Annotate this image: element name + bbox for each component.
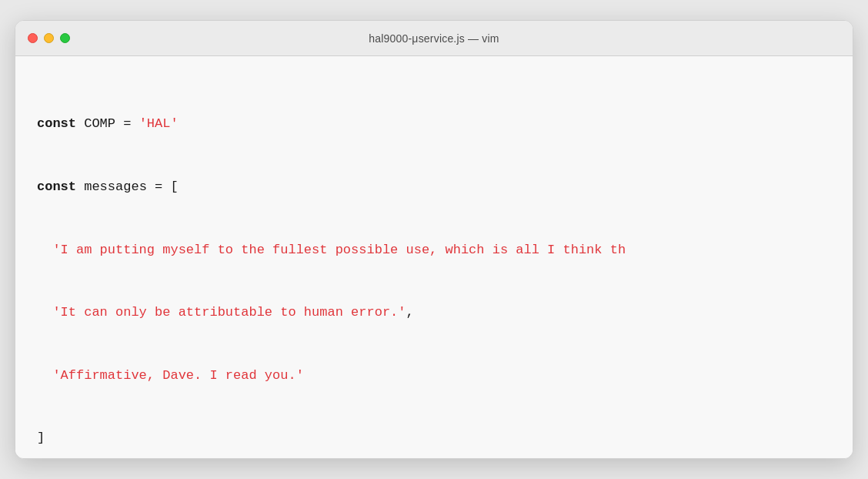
code-line-3: 'I am putting myself to the fullest poss… — [37, 240, 831, 260]
code-line-2: const messages = [ — [37, 176, 831, 197]
titlebar: hal9000-μservice.js — vim — [15, 21, 853, 56]
minimize-button[interactable] — [44, 33, 54, 43]
window-title: hal9000-μservice.js — vim — [369, 32, 499, 45]
code-line-1: const COMP = 'HAL' — [37, 113, 831, 134]
editor-content: const COMP = 'HAL' const messages = [ 'I… — [15, 56, 853, 458]
traffic-lights — [28, 33, 70, 43]
code-line-6: ] — [37, 427, 831, 448]
close-button[interactable] — [28, 33, 38, 43]
code-line-5: 'Affirmative, Dave. I read you.' — [37, 365, 831, 386]
code-block: const COMP = 'HAL' const messages = [ 'I… — [37, 72, 831, 458]
maximize-button[interactable] — [60, 33, 70, 43]
editor-window: hal9000-μservice.js — vim const COMP = '… — [15, 20, 853, 459]
code-line-4: 'It can only be attributable to human er… — [37, 302, 831, 323]
